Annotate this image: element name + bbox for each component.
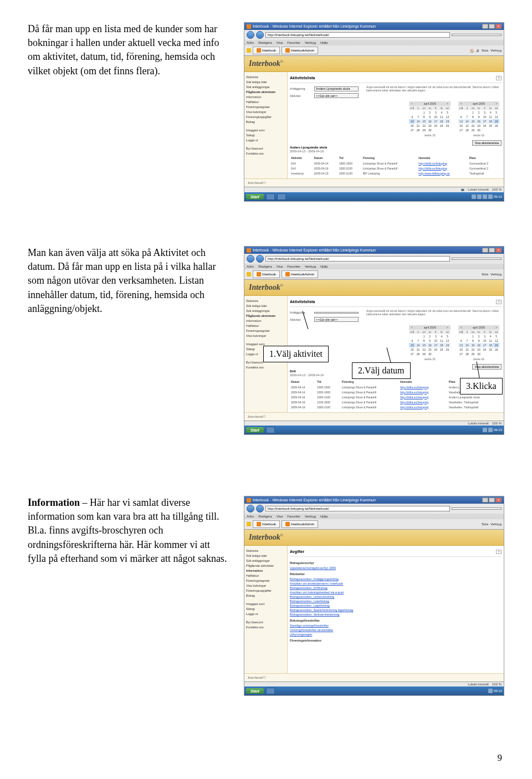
help-icon[interactable]: ?: [496, 300, 502, 304]
nav-startsida[interactable]: Startsida: [246, 298, 285, 303]
start-button[interactable]: Start: [246, 194, 264, 199]
nav-visa-bokningar[interactable]: Visa bokningar: [246, 109, 285, 114]
min-button[interactable]: _: [482, 24, 488, 29]
tray-icon[interactable]: [472, 194, 476, 199]
nav-kontakta[interactable]: Kontakta oss: [246, 624, 285, 629]
select-anlaggning[interactable]: [314, 312, 359, 314]
visa-button[interactable]: Visa aktivitetslista: [472, 140, 502, 146]
zoom-level[interactable]: 100 %: [492, 188, 502, 192]
task-item[interactable]: [266, 193, 275, 200]
close-button[interactable]: ×: [495, 498, 502, 503]
nav-startsida[interactable]: Startsida: [246, 74, 285, 79]
menu-item[interactable]: Verktyg: [305, 515, 316, 518]
link[interactable]: http://drilla.nu/linkoping: [418, 167, 447, 170]
link[interactable]: http://drilla.nu/linkoping: [418, 162, 447, 165]
favorites-icon[interactable]: [247, 522, 251, 526]
help-icon[interactable]: ?: [496, 550, 502, 554]
link-item[interactable]: Bidragsansökan, Ledarutbildning: [290, 594, 502, 599]
forward-button[interactable]: [256, 31, 264, 39]
tools-menu[interactable]: Verktyg: [490, 49, 502, 53]
nav-kontakta[interactable]: Kontakta oss: [246, 151, 285, 156]
zoom-level[interactable]: 100 %: [492, 422, 502, 425]
menu-item[interactable]: Favoriter: [287, 515, 300, 518]
nav-information[interactable]: Information: [246, 568, 285, 573]
print-icon[interactable]: 🖨: [476, 49, 479, 53]
link-item[interactable]: Bidragsansökan, Verksamhetsbidrag: [290, 612, 502, 617]
calendar-left[interactable]: <april 2009> måtiontofrlösö 12345 678910…: [409, 325, 450, 361]
link[interactable]: http://www.ibflinkoping.se: [418, 172, 449, 175]
menu-visa[interactable]: Visa: [277, 41, 283, 44]
tab-interbook[interactable]: Interbook: [253, 47, 280, 54]
nav-logga-ut[interactable]: Logga ut: [246, 137, 285, 142]
menu-redigera[interactable]: Redigera: [258, 265, 272, 268]
select-aktivitet[interactable]: <<Gör ditt val>>: [314, 317, 359, 322]
back-button[interactable]: [247, 505, 254, 512]
search-input[interactable]: [452, 508, 502, 510]
menu-verktyg[interactable]: Verktyg: [305, 41, 316, 44]
menu-redigera[interactable]: Redigera: [258, 41, 272, 44]
nav-foreningsuppgifter[interactable]: Föreningsuppgifter: [246, 588, 285, 593]
nav-visa-bokningar[interactable]: Visa bokningar: [246, 583, 285, 588]
min-button[interactable]: _: [482, 248, 488, 253]
calendar-right[interactable]: <april 2009> måtiontofrlösö 12345 678910…: [458, 101, 499, 137]
nav-foreningsregister[interactable]: Föreningsregister: [246, 104, 285, 109]
back-button[interactable]: [247, 255, 254, 263]
tray-icon[interactable]: [488, 194, 493, 199]
menu-item[interactable]: Visa: [277, 515, 283, 518]
nav-hallfaktor[interactable]: Hallfaktor: [246, 99, 285, 104]
tray-icon[interactable]: [483, 194, 487, 199]
menu-item[interactable]: Hjälp: [320, 515, 328, 518]
tab-admin[interactable]: InterbookAdmin: [282, 520, 318, 528]
start-button[interactable]: Start: [246, 427, 264, 433]
select-anlaggning[interactable]: Anders Ljungstedts skola: [314, 86, 359, 91]
page-menu[interactable]: Sida: [482, 273, 488, 276]
link-item[interactable]: Bidragsansökan, Spelarförteckning lägerb…: [290, 608, 502, 612]
nav-information[interactable]: Information: [246, 94, 285, 99]
nav-foreningsuppgifter[interactable]: Föreningsuppgifter: [246, 114, 285, 119]
help-icon[interactable]: ?: [496, 76, 502, 80]
link[interactable]: http://drilla.nu/linkoping: [400, 406, 428, 409]
nav-pagande[interactable]: Pågående aktiviteter: [246, 89, 285, 94]
nav-foreningsregister[interactable]: Föreningsregister: [246, 328, 285, 333]
link-item[interactable]: Bidragsansökan, Driftbidrag: [290, 586, 502, 590]
menu-visa[interactable]: Visa: [277, 265, 283, 268]
menu-favoriter[interactable]: Favoriter: [287, 41, 300, 44]
nav-hallfaktor[interactable]: Hallfaktor: [246, 323, 285, 328]
max-button[interactable]: □: [489, 24, 495, 29]
tools-menu[interactable]: Verktyg: [490, 273, 502, 276]
home-icon[interactable]: 🏠: [470, 49, 474, 53]
menu-arkiv[interactable]: Arkiv: [247, 41, 254, 44]
menu-item[interactable]: Redigera: [258, 515, 272, 518]
url-input[interactable]: http://interbook.linkoping.se/NetInterbo…: [265, 256, 450, 262]
link-item[interactable]: Bidragsansökan, Anläggningsbidrag: [290, 577, 502, 581]
nav-pagande[interactable]: Pågående aktiviteter: [246, 563, 285, 568]
favorites-icon[interactable]: [247, 272, 251, 276]
link-item[interactable]: Bidragsansökan, Lägerbidrag: [290, 603, 502, 608]
link[interactable]: http://drilla.nu/linkoping: [400, 396, 428, 399]
nav-sok-lediga[interactable]: Sök lediga tider: [246, 553, 285, 558]
nav-startsida[interactable]: Startsida: [246, 548, 285, 553]
select-aktivitet[interactable]: <<Gör ditt val>>: [314, 93, 359, 98]
nav-information[interactable]: Information: [246, 318, 285, 323]
tools-menu[interactable]: Verktyg: [490, 522, 502, 526]
menu-hjalp[interactable]: Hjälp: [320, 41, 328, 44]
nav-sok-anlaggningar[interactable]: Sök anläggningar: [246, 308, 285, 313]
tab-admin[interactable]: InterbookAdmin: [282, 47, 318, 54]
menu-arkiv[interactable]: Arkiv: [247, 265, 254, 268]
nav-byt-losenord[interactable]: Byt lösenord: [246, 146, 285, 151]
nav-sok-anlaggningar[interactable]: Sök anläggningar: [246, 558, 285, 563]
search-input[interactable]: [452, 34, 502, 36]
link-item[interactable]: Samtliga ordningsföreskrifter: [290, 623, 502, 628]
nav-sok-lediga[interactable]: Sök lediga tider: [246, 303, 285, 308]
url-input[interactable]: http://interbook.linkoping.se/NetInterbo…: [265, 506, 450, 511]
nav-pagande[interactable]: Pågående aktiviteter: [246, 313, 285, 318]
min-button[interactable]: _: [482, 498, 488, 503]
link-item[interactable]: Uthyrningsregler: [290, 632, 502, 637]
menu-verktyg[interactable]: Verktyg: [305, 265, 316, 268]
tab-interbook[interactable]: Interbook: [253, 520, 280, 528]
tray-icon[interactable]: [477, 194, 482, 199]
link[interactable]: http://drilla.nu/linkoping: [400, 401, 428, 404]
menu-hjalp[interactable]: Hjälp: [320, 265, 328, 268]
link-item[interactable]: Ansökan om bokningsbesked via e-post: [290, 590, 502, 594]
link-item[interactable]: Ordningsföreskrifter idrottshallar: [290, 628, 502, 632]
